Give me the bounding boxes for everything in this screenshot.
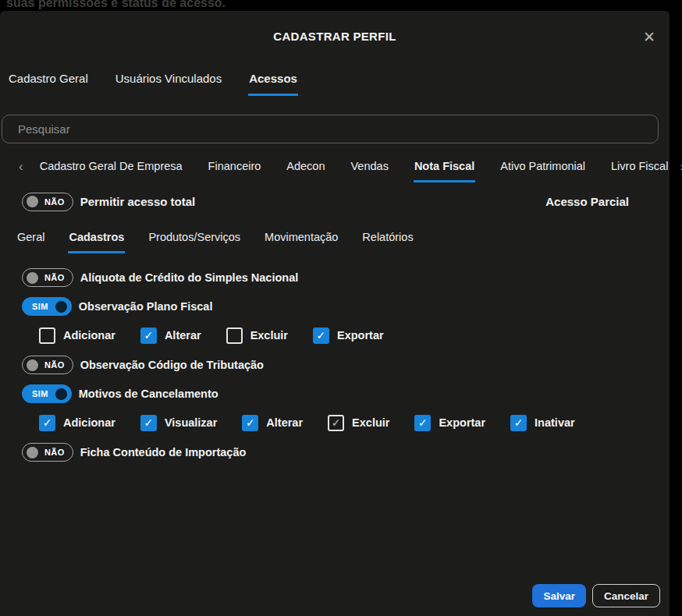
modal-footer: Salvar Cancelar bbox=[0, 584, 670, 616]
permission-aliquota-de-credito-do-simples-nacional-toggle[interactable]: NÃO bbox=[22, 268, 73, 287]
search-bar bbox=[2, 115, 659, 143]
checkbox-visualizar[interactable]: ✓Visualizar bbox=[140, 415, 217, 431]
checkbox-adicionar[interactable]: Adicionar bbox=[39, 327, 115, 344]
category-tab-strip: ‹ Cadastro Geral De EmpresaFinanceiroAde… bbox=[16, 159, 670, 182]
tab-acessos[interactable]: Acessos bbox=[248, 70, 298, 96]
save-button[interactable]: Salvar bbox=[532, 584, 586, 607]
sub-tab-geral[interactable]: Geral bbox=[16, 230, 45, 253]
permission-ficha-conteudo-de-importacao-toggle[interactable]: NÃO bbox=[22, 443, 73, 462]
toggle-state-label: NÃO bbox=[44, 360, 65, 370]
category-tab-adecon[interactable]: Adecon bbox=[286, 159, 325, 182]
checkbox-alterar[interactable]: ✓Alterar bbox=[140, 327, 201, 344]
checkbox-excluir[interactable]: Excluir bbox=[226, 327, 288, 344]
checkbox-label: Exportar bbox=[337, 329, 384, 342]
cancel-button[interactable]: Cancelar bbox=[592, 584, 660, 607]
toggle-knob bbox=[27, 447, 38, 458]
checkbox-box-icon: ✓ bbox=[140, 327, 157, 344]
permit-total-access-label: Permitir acesso total bbox=[80, 195, 196, 208]
permission-row-motivos-de-cancelamento: SIMMotivos de Cancelamento bbox=[22, 384, 670, 404]
checkbox-alterar[interactable]: ✓Alterar bbox=[242, 415, 303, 431]
sub-tab-produtos-servicos[interactable]: Produtos/Serviços bbox=[147, 230, 241, 253]
checkbox-box-icon bbox=[226, 327, 243, 344]
toggle-state-label: NÃO bbox=[44, 448, 65, 457]
checkbox-label: Alterar bbox=[165, 329, 201, 342]
category-tab-cadastro-geral-de-empresa[interactable]: Cadastro Geral De Empresa bbox=[39, 159, 183, 182]
checkbox-inativar[interactable]: ✓Inativar bbox=[510, 415, 575, 431]
category-tab-nota-fiscal[interactable]: Nota Fiscal bbox=[414, 159, 475, 182]
chevron-left-icon[interactable]: ‹ bbox=[16, 159, 27, 175]
main-tabs: Cadastro GeralUsuários VinculadosAcessos bbox=[8, 70, 670, 96]
permission-motivos-de-cancelamento-toggle[interactable]: SIM bbox=[22, 384, 72, 403]
checkbox-exportar[interactable]: ✓Exportar bbox=[414, 415, 485, 431]
checkbox-label: Visualizar bbox=[165, 416, 217, 429]
checkbox-box-icon: ✓ bbox=[242, 415, 258, 431]
sub-tab-cadastros[interactable]: Cadastros bbox=[68, 230, 125, 253]
toggle-knob bbox=[55, 388, 67, 400]
toggle-state-label: NÃO bbox=[44, 273, 65, 282]
category-tab-vendas[interactable]: Vendas bbox=[350, 159, 389, 182]
category-tab-livro-fiscal[interactable]: Livro Fiscal bbox=[610, 159, 669, 182]
checkbox-box-icon: ✓ bbox=[510, 415, 527, 431]
checkbox-label: Inativar bbox=[535, 416, 575, 429]
toggle-state-label: SIM bbox=[32, 389, 48, 398]
checkbox-label: Exportar bbox=[439, 416, 485, 429]
checkbox-label: Excluir bbox=[250, 329, 288, 342]
permission-row-ficha-conteudo-de-importacao: NÃOFicha Conteúdo de Importação bbox=[22, 442, 670, 462]
toggle-state-label: NÃO bbox=[44, 197, 65, 207]
acesso-parcial-label: Acesso Parcial bbox=[545, 195, 629, 208]
category-tab-financeiro[interactable]: Financeiro bbox=[208, 159, 262, 182]
checkbox-label: Excluir bbox=[352, 416, 389, 429]
permissions-list: NÃOAlíquota de Crédito do Simples Nacion… bbox=[0, 267, 670, 471]
permission-label: Motivos de Cancelamento bbox=[79, 388, 218, 400]
permit-total-access-toggle[interactable]: NÃO bbox=[22, 193, 73, 211]
modal-header: CADASTRAR PERFIL ✕ bbox=[0, 11, 670, 61]
toggle-state-label: SIM bbox=[32, 302, 48, 311]
toggle-knob bbox=[27, 196, 38, 207]
close-icon[interactable]: ✕ bbox=[641, 28, 657, 46]
cadastrar-perfil-modal: CADASTRAR PERFIL ✕ Cadastro GeralUsuário… bbox=[0, 11, 670, 616]
checkbox-excluir[interactable]: ✓Excluir bbox=[328, 415, 389, 431]
checkbox-label: Adicionar bbox=[63, 416, 115, 429]
checkbox-box-icon: ✓ bbox=[313, 327, 329, 344]
search-input[interactable] bbox=[2, 115, 659, 143]
toggle-knob bbox=[27, 359, 38, 371]
checkbox-adicionar[interactable]: ✓Adicionar bbox=[39, 415, 115, 431]
permission-label: Observação Plano Fiscal bbox=[79, 300, 213, 313]
checkbox-exportar[interactable]: ✓Exportar bbox=[313, 327, 384, 344]
checkbox-box-icon bbox=[39, 327, 55, 344]
permission-label: Alíquota de Crédito do Simples Nacional bbox=[80, 271, 299, 284]
chevron-right-icon[interactable]: › bbox=[677, 159, 682, 175]
tab-cadastro-geral[interactable]: Cadastro Geral bbox=[8, 70, 89, 96]
checkbox-box-icon: ✓ bbox=[140, 415, 157, 431]
sub-tabs: GeralCadastrosProdutos/ServiçosMovimenta… bbox=[16, 230, 670, 253]
checkbox-box-icon: ✓ bbox=[39, 415, 55, 431]
permission-label: Ficha Conteúdo de Importação bbox=[80, 446, 247, 458]
sub-tab-movimentacao[interactable]: Movimentação bbox=[264, 230, 339, 253]
category-tab-ativo-patrimonial[interactable]: Ativo Patrimonial bbox=[499, 159, 586, 182]
sub-tab-relatorios[interactable]: Relatórios bbox=[361, 230, 414, 253]
permission-observacao-codigo-de-tributacao-toggle[interactable]: NÃO bbox=[22, 356, 73, 374]
checkbox-row: Adicionar✓AlterarExcluir✓Exportar bbox=[39, 325, 670, 345]
modal-title: CADASTRAR PERFIL bbox=[273, 30, 396, 43]
permission-observacao-plano-fiscal-toggle[interactable]: SIM bbox=[22, 297, 72, 316]
permit-total-access-row: NÃO Permitir acesso total Acesso Parcial bbox=[22, 192, 659, 211]
checkbox-label: Adicionar bbox=[63, 329, 115, 342]
toggle-knob bbox=[55, 301, 67, 313]
checkbox-box-icon: ✓ bbox=[414, 415, 431, 431]
checkbox-row: ✓Adicionar✓Visualizar✓Alterar✓Excluir✓Ex… bbox=[39, 412, 670, 433]
permission-label: Observação Código de Tributação bbox=[80, 359, 264, 371]
permission-row-observacao-codigo-de-tributacao: NÃOObservação Código de Tributação bbox=[22, 355, 670, 375]
tab-usuarios-vinculados[interactable]: Usuários Vinculados bbox=[115, 70, 222, 96]
background-window-text: suas permissões e status de acesso. bbox=[6, 0, 226, 10]
checkbox-label: Alterar bbox=[266, 416, 303, 429]
checkbox-box-icon: ✓ bbox=[328, 415, 344, 431]
category-tabs: Cadastro Geral De EmpresaFinanceiroAdeco… bbox=[39, 159, 670, 182]
toggle-knob bbox=[27, 272, 38, 284]
permission-row-aliquota-de-credito-do-simples-nacional: NÃOAlíquota de Crédito do Simples Nacion… bbox=[22, 267, 670, 288]
permission-row-observacao-plano-fiscal: SIMObservação Plano Fiscal bbox=[22, 296, 670, 317]
